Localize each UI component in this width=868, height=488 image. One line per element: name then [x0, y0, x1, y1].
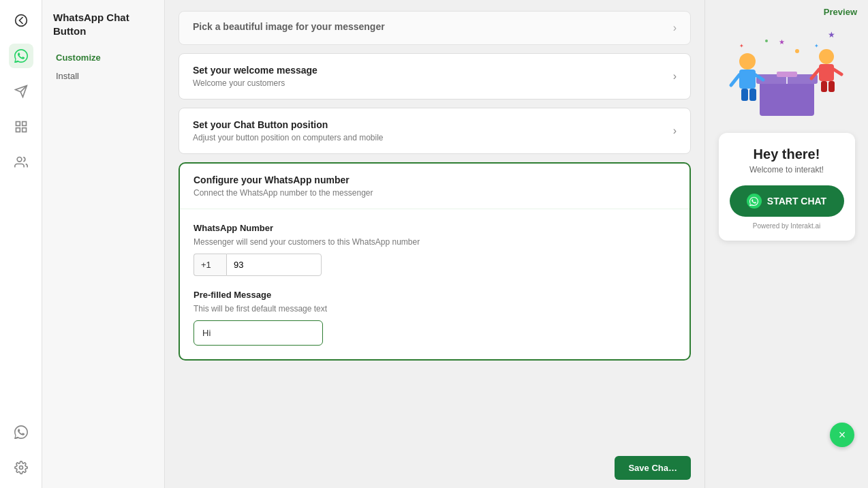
- preview-label[interactable]: Preview: [813, 0, 868, 24]
- preview-hey-text: Hey there!: [730, 147, 844, 162]
- welcome-section-chevron: ›: [673, 70, 677, 82]
- powered-by-text: Powered by Interakt.ai: [730, 222, 844, 230]
- svg-rect-17: [741, 89, 748, 101]
- nav-install[interactable]: Install: [53, 67, 153, 85]
- sidebar-back-icon[interactable]: [9, 8, 33, 33]
- sidebar-whatsapp-bottom-icon[interactable]: [9, 420, 33, 444]
- svg-rect-12: [777, 72, 797, 77]
- svg-rect-14: [739, 70, 756, 89]
- position-section-sub: Adjust your button position on computers…: [193, 133, 384, 142]
- sidebar-users-icon[interactable]: [9, 150, 33, 174]
- phone-row: +1: [193, 254, 676, 276]
- sidebar-grid-icon[interactable]: [9, 115, 33, 139]
- phone-input[interactable]: [226, 254, 322, 276]
- position-section-chevron: ›: [673, 125, 677, 137]
- sidebar-chat-icon[interactable]: [9, 44, 33, 68]
- prefilled-label: Pre-filled Message: [193, 290, 676, 300]
- configure-header: Configure your WhatsApp number Connect t…: [180, 164, 689, 209]
- svg-point-29: [795, 49, 799, 53]
- prefilled-desc: This will be first default message text: [193, 304, 676, 314]
- svg-line-22: [834, 70, 841, 74]
- configure-body: WhatsApp Number Messenger will send your…: [180, 209, 689, 359]
- left-panel: WhatsApp Chat Button Customize Install: [42, 0, 165, 488]
- svg-point-19: [819, 49, 834, 64]
- whatsapp-number-desc: Messenger will send your customers to th…: [193, 237, 676, 247]
- svg-line-15: [731, 75, 739, 85]
- app-title: WhatsApp Chat Button: [53, 11, 153, 37]
- image-section-card[interactable]: Pick a beautiful image for your messenge…: [179, 11, 691, 45]
- start-chat-button[interactable]: START CHAT: [730, 185, 844, 217]
- configure-sub: Connect the WhatsApp number to the messe…: [193, 188, 676, 198]
- illustration: ★ ✦ ★ ✦: [719, 24, 855, 126]
- svg-rect-5: [16, 128, 20, 132]
- svg-rect-23: [821, 81, 827, 92]
- svg-rect-4: [22, 122, 26, 126]
- svg-rect-24: [828, 81, 835, 92]
- svg-text:✦: ✦: [739, 43, 744, 49]
- svg-point-8: [19, 466, 22, 470]
- preview-card: Hey there! Welcome to interakt! START CH…: [719, 133, 855, 241]
- welcome-section-title: Set your welcome message: [193, 65, 317, 76]
- svg-point-0: [15, 15, 27, 27]
- welcome-section-sub: Welcome your customers: [193, 78, 317, 88]
- svg-text:★: ★: [779, 38, 785, 46]
- start-chat-whatsapp-icon: [747, 194, 762, 209]
- sidebar: [0, 0, 42, 488]
- main-content: Pick a beautiful image for your messenge…: [165, 0, 704, 488]
- image-section-chevron: ›: [673, 22, 677, 34]
- svg-rect-3: [16, 122, 20, 126]
- svg-rect-20: [819, 64, 834, 81]
- whatsapp-number-label: WhatsApp Number: [193, 223, 676, 233]
- svg-text:★: ★: [828, 30, 835, 40]
- position-section-title: Set your Chat Button position: [193, 119, 384, 130]
- country-code: +1: [193, 254, 226, 276]
- nav-customize[interactable]: Customize: [53, 48, 153, 67]
- configure-section: Configure your WhatsApp number Connect t…: [179, 162, 691, 361]
- sidebar-send-icon[interactable]: [9, 79, 33, 104]
- close-button[interactable]: ×: [830, 423, 854, 447]
- sidebar-settings-icon[interactable]: [9, 455, 33, 480]
- preview-panel: Preview ★ ✦ ★ ✦: [704, 0, 868, 488]
- prefilled-input[interactable]: [193, 320, 323, 346]
- svg-rect-18: [749, 89, 756, 101]
- svg-text:✦: ✦: [814, 43, 819, 49]
- preview-welcome-text: Welcome to interakt!: [730, 165, 844, 174]
- svg-rect-6: [22, 128, 26, 132]
- svg-point-13: [739, 53, 756, 70]
- position-section-card[interactable]: Set your Chat Button position Adjust you…: [179, 108, 691, 154]
- start-chat-label: START CHAT: [767, 196, 826, 207]
- configure-title: Configure your WhatsApp number: [193, 174, 676, 185]
- svg-point-7: [17, 157, 22, 162]
- save-bar: Save Cha…: [165, 448, 704, 488]
- save-button[interactable]: Save Cha…: [615, 456, 691, 480]
- welcome-section-card[interactable]: Set your welcome message Welcome your cu…: [179, 53, 691, 100]
- svg-point-30: [765, 40, 768, 42]
- image-section-title: Pick a beautiful image for your messenge…: [193, 21, 385, 32]
- svg-rect-9: [760, 78, 814, 116]
